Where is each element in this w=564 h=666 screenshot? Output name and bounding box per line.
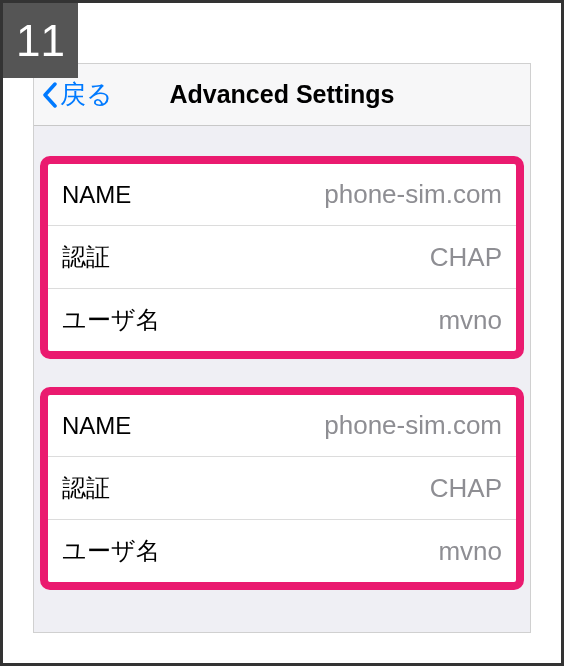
setting-row[interactable]: NAME phone-sim.com <box>48 164 516 226</box>
setting-label: NAME <box>62 181 131 209</box>
setting-value: CHAP <box>430 473 502 504</box>
settings-content: NAME phone-sim.com 認証 CHAP ユーザ名 mvno NAM… <box>34 126 530 590</box>
setting-row[interactable]: 認証 CHAP <box>48 226 516 289</box>
setting-value: phone-sim.com <box>324 179 502 210</box>
settings-group-highlighted: NAME phone-sim.com 認証 CHAP ユーザ名 mvno <box>40 156 524 359</box>
setting-value: CHAP <box>430 242 502 273</box>
ios-settings-screen: 戻る Advanced Settings NAME phone-sim.com … <box>33 63 531 633</box>
tutorial-step-frame: 11 戻る Advanced Settings NAME phone-sim.c… <box>0 0 564 666</box>
navigation-bar: 戻る Advanced Settings <box>34 64 530 126</box>
setting-label: ユーザ名 <box>62 304 160 336</box>
setting-label: NAME <box>62 412 131 440</box>
settings-group-highlighted: NAME phone-sim.com 認証 CHAP ユーザ名 mvno <box>40 387 524 590</box>
setting-label: 認証 <box>62 472 110 504</box>
back-label: 戻る <box>60 77 113 112</box>
setting-row[interactable]: ユーザ名 mvno <box>48 289 516 351</box>
setting-value: mvno <box>438 536 502 567</box>
setting-label: ユーザ名 <box>62 535 160 567</box>
back-button[interactable]: 戻る <box>34 77 113 112</box>
step-number-badge: 11 <box>3 3 78 78</box>
setting-value: mvno <box>438 305 502 336</box>
setting-row[interactable]: ユーザ名 mvno <box>48 520 516 582</box>
step-number: 11 <box>16 16 65 66</box>
chevron-left-icon <box>42 82 58 108</box>
setting-label: 認証 <box>62 241 110 273</box>
setting-row[interactable]: 認証 CHAP <box>48 457 516 520</box>
setting-value: phone-sim.com <box>324 410 502 441</box>
setting-row[interactable]: NAME phone-sim.com <box>48 395 516 457</box>
